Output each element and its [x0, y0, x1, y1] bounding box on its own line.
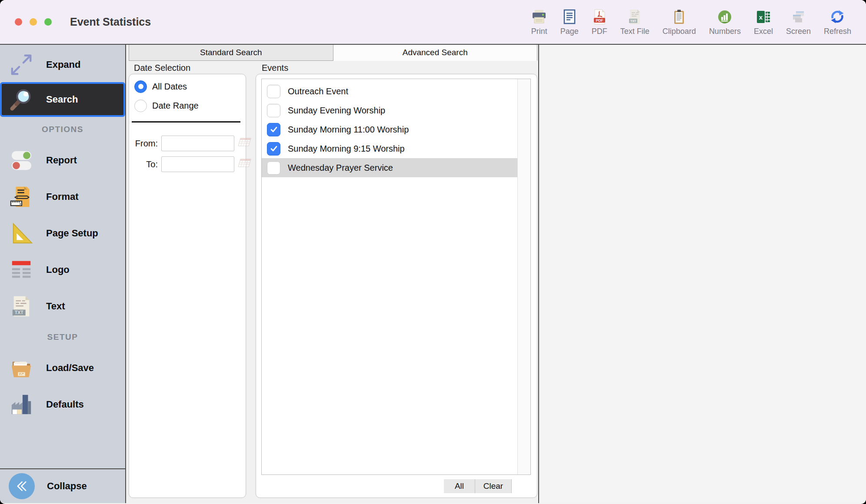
- numbers-icon: [717, 8, 733, 25]
- excel-icon: x: [756, 8, 771, 25]
- tab-standard-search[interactable]: Standard Search: [129, 45, 333, 61]
- checkbox[interactable]: [267, 123, 280, 136]
- refresh-button[interactable]: Refresh: [824, 8, 851, 36]
- sidebar-item-format[interactable]: Format: [0, 179, 125, 215]
- sidebar-item-label: Expand: [46, 59, 80, 70]
- event-row-sunday-morning-915-worship[interactable]: Sunday Morning 9:15 Worship: [262, 139, 517, 158]
- calendar-picker-icon[interactable]: [237, 136, 253, 150]
- toolbar-label: PDF: [592, 27, 607, 36]
- from-date-input[interactable]: [161, 136, 234, 151]
- event-label: Outreach Event: [288, 86, 348, 96]
- radio-button[interactable]: [134, 99, 147, 112]
- sidebar-item-search[interactable]: Search: [0, 82, 125, 117]
- format-doc-icon: [9, 184, 34, 209]
- toolbar-label: Screen: [786, 27, 811, 36]
- radio-date-range[interactable]: Date Range: [131, 96, 242, 115]
- to-label: To:: [131, 159, 158, 169]
- sidebar-item-report[interactable]: Report: [0, 142, 125, 179]
- clipboard-button[interactable]: Clipboard: [663, 8, 696, 36]
- pdf-icon: PDF: [592, 8, 607, 25]
- page-icon: [562, 8, 577, 25]
- results-pane: [539, 45, 866, 503]
- svg-text:x: x: [759, 13, 763, 21]
- toolbar-label: Excel: [754, 27, 773, 36]
- select-all-button[interactable]: All: [444, 479, 475, 493]
- sidebar-item-page-setup[interactable]: Page Setup: [0, 215, 125, 252]
- sidebar-item-label: Report: [46, 155, 77, 166]
- sidebar-item-collapse[interactable]: Collapse: [0, 469, 125, 503]
- checkbox[interactable]: [267, 142, 280, 156]
- pdf-button[interactable]: PDF PDF: [592, 8, 607, 36]
- app-window: Event Statistics Print Page PDF PDF: [0, 0, 866, 504]
- sidebar-item-label: Search: [46, 94, 78, 105]
- toolbar-label: Clipboard: [663, 27, 696, 36]
- event-row-outreach-event[interactable]: Outreach Event: [262, 82, 517, 101]
- toggles-icon: [9, 148, 34, 173]
- sidebar-item-label: Text: [46, 301, 65, 312]
- sidebar-item-text[interactable]: TXT Text: [0, 288, 125, 325]
- event-label: Sunday Morning 9:15 Worship: [288, 144, 405, 154]
- sidebar-item-label: Logo: [46, 264, 70, 275]
- print-button[interactable]: Print: [531, 8, 547, 36]
- event-label: Sunday Morning 11:00 Worship: [288, 125, 409, 135]
- sidebar-item-defaults[interactable]: Defaults: [0, 386, 125, 423]
- clipboard-icon: [672, 8, 686, 25]
- clear-selection-button[interactable]: Clear: [475, 479, 512, 493]
- sidebar-item-label: Page Setup: [46, 228, 98, 239]
- set-square-icon: [9, 221, 34, 246]
- to-date-input[interactable]: [161, 156, 234, 172]
- window-title: Event Statistics: [70, 16, 151, 28]
- calendar-picker-icon[interactable]: [237, 157, 253, 171]
- event-label: Sunday Evening Worship: [288, 106, 385, 116]
- sidebar-item-label: Defaults: [46, 399, 84, 410]
- svg-text:TXT: TXT: [630, 19, 636, 22]
- search-icon: [9, 87, 34, 112]
- event-row-sunday-morning-1100-worship[interactable]: Sunday Morning 11:00 Worship: [262, 120, 517, 139]
- minimize-window-button[interactable]: [30, 18, 37, 26]
- svg-text:PDF: PDF: [596, 18, 603, 22]
- close-window-button[interactable]: [15, 18, 22, 26]
- checkbox[interactable]: [267, 85, 280, 98]
- text-file-button[interactable]: TXT Text File: [620, 8, 650, 36]
- events-group: Events Outreach Event Sunday Evening: [256, 62, 537, 498]
- checkbox[interactable]: [267, 104, 280, 117]
- events-list: Outreach Event Sunday Evening Worship Su…: [261, 79, 531, 475]
- expand-arrows-icon: [9, 52, 34, 77]
- sidebar-item-load-save[interactable]: Load/Save: [0, 350, 125, 386]
- sidebar-item-label: Load/Save: [46, 362, 94, 374]
- from-field-row: From:: [131, 136, 242, 151]
- zoom-window-button[interactable]: [44, 18, 52, 26]
- toolbar-label: Page: [560, 27, 579, 36]
- sidebar-item-expand[interactable]: Expand: [0, 47, 125, 82]
- folder-icon: [9, 355, 34, 381]
- radio-all-dates[interactable]: All Dates: [131, 77, 242, 96]
- tab-advanced-search[interactable]: Advanced Search: [333, 45, 538, 61]
- numbers-button[interactable]: Numbers: [709, 8, 741, 36]
- events-scrollbar[interactable]: [517, 79, 530, 474]
- txt-doc-icon: TXT: [9, 294, 34, 319]
- page-button[interactable]: Page: [560, 8, 579, 36]
- radio-label: All Dates: [152, 82, 187, 92]
- radio-label: Date Range: [152, 101, 199, 111]
- checkbox[interactable]: [267, 161, 280, 175]
- sidebar-spacer: [0, 423, 125, 468]
- traffic-lights: [15, 18, 52, 26]
- search-pane: Standard Search Advanced Search Date Sel…: [126, 45, 539, 503]
- excel-button[interactable]: x Excel: [754, 8, 773, 36]
- sidebar-item-label: Format: [46, 191, 79, 202]
- from-label: From:: [131, 139, 158, 149]
- sidebar-section-options: OPTIONS: [0, 117, 125, 142]
- event-row-wednesday-prayer-service[interactable]: Wednesday Prayer Service: [262, 158, 517, 177]
- toolbar-label: Numbers: [709, 27, 741, 36]
- screen-icon: [790, 8, 806, 25]
- collapse-chevrons-icon: [9, 473, 35, 499]
- radio-button[interactable]: [134, 80, 147, 93]
- screen-button[interactable]: Screen: [786, 8, 811, 36]
- toolbar-label: Refresh: [824, 27, 851, 36]
- logo-layout-icon: [9, 257, 34, 282]
- sidebar-item-logo[interactable]: Logo: [0, 252, 125, 288]
- events-footer: All Clear: [256, 475, 537, 497]
- event-row-sunday-evening-worship[interactable]: Sunday Evening Worship: [262, 101, 517, 120]
- events-label: Events: [256, 62, 537, 73]
- bar-chart-icon: [9, 392, 34, 417]
